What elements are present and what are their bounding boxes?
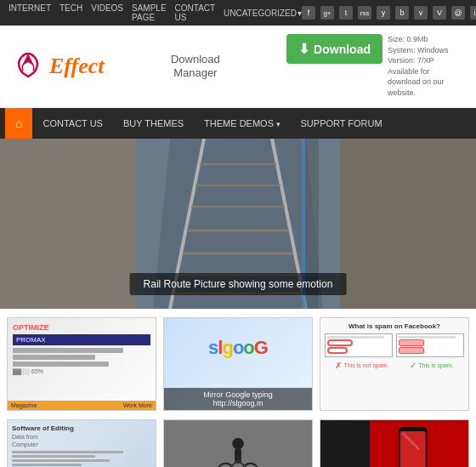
site-header: Effect Download Manager ⬇ Download Size:…	[0, 26, 476, 108]
thumb-software-editing[interactable]: Software of Editing Data from Computer	[7, 419, 156, 467]
facebook-icon[interactable]: f	[302, 6, 315, 20]
nav-contact[interactable]: CONTACT US	[175, 3, 215, 22]
google-logo-area: slgooG	[164, 318, 312, 378]
not-spam-label: ✗ This is not spam.	[335, 361, 388, 370]
top-nav[interactable]: INTERNET TECH VIDEOS SAMPLE PAGE CONTACT…	[8, 3, 302, 22]
nav-buy-themes[interactable]: BUY THEMES	[113, 110, 194, 137]
spam-right-example	[396, 333, 464, 359]
nav-sample[interactable]: SAMPLE PAGE	[132, 3, 167, 22]
download-info: Size: 0.9Mb System: Windows Version: 7/X…	[388, 34, 464, 99]
software-sub: Data from	[12, 434, 151, 440]
blogger-icon[interactable]: b	[395, 6, 409, 20]
spam-title: What is spam on Facebook?	[325, 322, 464, 330]
bike-scene	[164, 420, 312, 467]
thumb-facebook-spam[interactable]: What is spam on Facebook?	[320, 317, 469, 411]
thumb-person-bike[interactable]	[163, 419, 313, 467]
dm-title-line1: Download	[171, 53, 220, 66]
promax-label: PROMAX	[13, 334, 150, 345]
small-text: ▓▓░░ 65%	[13, 368, 150, 374]
download-manager-label: Download Manager	[171, 53, 220, 79]
main-nav: ⌂ CONTACT US BUY THEMES THEME DEMOS SUPP…	[0, 108, 476, 139]
linkedin-icon[interactable]: in	[470, 6, 476, 20]
nav-theme-demos[interactable]: THEME DEMOS	[194, 110, 290, 137]
thumb-optimize[interactable]: OPTIMIZE PROMAX ▓▓░░ 65% Magazine Work M…	[7, 317, 156, 411]
thumb-phone[interactable]: NI.	[320, 419, 469, 467]
nav-videos[interactable]: VIDEOS	[91, 3, 123, 22]
vine-icon[interactable]: V	[433, 6, 446, 20]
svg-rect-2	[340, 139, 476, 309]
hero-banner: Rail Route Picture showing some emotion	[0, 139, 476, 309]
bottom-right-label: Work More	[123, 402, 152, 408]
spam-left-example	[325, 333, 393, 359]
bottom-left-label: Magazine	[11, 402, 37, 408]
social-icons: f g+ t rss y b v V @ in d	[302, 6, 476, 20]
youtube-icon[interactable]: y	[377, 6, 390, 20]
download-arrow-icon: ⬇	[298, 41, 309, 57]
twitter-icon[interactable]: t	[339, 6, 353, 20]
google-mirror-caption: Mirror Google typing http://slgoog.m	[164, 388, 312, 410]
logo-icon	[12, 50, 44, 82]
bar-1	[13, 348, 123, 353]
googleplus-icon[interactable]: g+	[320, 6, 334, 20]
thumb1-bottom-bar: Magazine Work More	[8, 401, 156, 410]
vimeo-icon[interactable]: v	[414, 6, 428, 20]
optimize-content: OPTIMIZE PROMAX ▓▓░░ 65%	[8, 318, 156, 379]
bar-2	[13, 355, 95, 360]
is-spam-label: ✓ This is spam.	[410, 361, 453, 370]
top-bar: INTERNET TECH VIDEOS SAMPLE PAGE CONTACT…	[0, 0, 476, 26]
nav-home-button[interactable]: ⌂	[5, 108, 32, 139]
header-right: ⬇ Download Size: 0.9Mb System: Windows V…	[286, 34, 464, 99]
thumbnail-row-1: OPTIMIZE PROMAX ▓▓░░ 65% Magazine Work M…	[0, 309, 476, 419]
spam-verdict: ✗ This is not spam. ✓ This is spam.	[325, 359, 464, 370]
nav-tech[interactable]: TECH	[60, 3, 82, 22]
optimize-label: OPTIMIZE	[13, 323, 150, 332]
logo-wordmark: Effect	[49, 54, 105, 79]
software-content: Software of Editing Data from Computer	[8, 420, 156, 467]
logo[interactable]: Effect	[12, 50, 105, 82]
svg-rect-1	[0, 139, 136, 309]
email-icon[interactable]: @	[451, 6, 465, 20]
nav-support-forum[interactable]: SUPPORT FORUM	[291, 110, 393, 137]
thumb-google-mirror[interactable]: slgooG Mirror Google typing http://slgoo…	[163, 317, 313, 411]
software-title: Software of Editing	[12, 424, 151, 432]
nav-uncategorized[interactable]: UNCATEGORIZED ▾	[224, 3, 302, 22]
thumbnail-row-2: Software of Editing Data from Computer	[0, 419, 476, 467]
bar-3	[13, 362, 109, 367]
nav-contact-us[interactable]: CONTACT US	[32, 110, 113, 137]
nav-internet[interactable]: INTERNET	[8, 3, 51, 22]
dm-title-line2: Manager	[171, 66, 220, 80]
google-mirror-logo: slgooG	[208, 337, 268, 359]
spam-content: What is spam on Facebook?	[320, 318, 468, 374]
rss-icon[interactable]: rss	[358, 6, 371, 20]
hero-caption: Rail Route Picture showing some emotion	[130, 273, 347, 295]
download-button[interactable]: ⬇ Download	[286, 34, 382, 64]
svg-rect-29	[400, 431, 426, 467]
software-extra: Computer	[12, 441, 151, 447]
svg-point-19	[232, 437, 244, 449]
phone-scene	[320, 420, 468, 467]
